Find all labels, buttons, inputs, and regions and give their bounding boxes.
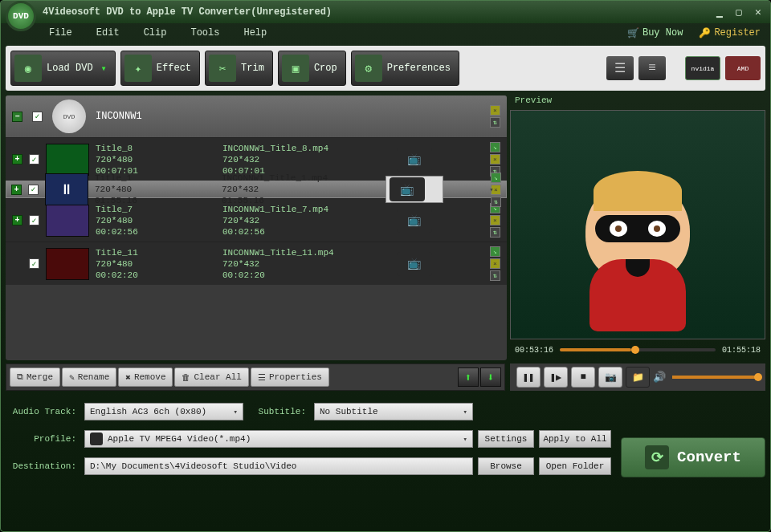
clear-all-button[interactable]: 🗑Clear All (174, 368, 248, 387)
convert-icon: ⟳ (645, 445, 669, 469)
title-name: Title_11 (96, 248, 176, 258)
row-close-icon[interactable]: × (490, 215, 500, 225)
add-button[interactable]: + (11, 185, 22, 195)
preview-label: Preview (510, 95, 765, 110)
properties-button[interactable]: ☰Properties (251, 368, 329, 387)
player-controls: ❚❚ ❚▶ ■ 📷 📁 🔊 (510, 363, 765, 391)
title-checkbox[interactable]: ✓ (29, 154, 39, 164)
title-checkbox[interactable]: ✓ (29, 215, 39, 225)
output-dur: 00:02:56 (222, 227, 351, 237)
scissors-icon: ✂ (209, 55, 236, 82)
trim-button[interactable]: ✂Trim (205, 51, 273, 86)
preview-panel: Preview 00:53:16 01:55:18 (510, 95, 765, 360)
open-folder-button[interactable]: Open Folder (539, 457, 611, 475)
amd-logo: AMD (725, 56, 761, 80)
output-res: 720*432 (222, 259, 351, 269)
app-window: DVD 4Videosoft DVD to Apple TV Converter… (0, 0, 771, 532)
view-list-button[interactable]: ☰ (606, 56, 634, 80)
maximize-button[interactable]: ▢ (732, 6, 746, 18)
row-more-icon[interactable]: ⇅ (491, 197, 501, 207)
volume-slider[interactable] (672, 376, 759, 379)
thumbnail: ⏸ (45, 173, 88, 205)
time-total: 01:55:18 (722, 346, 761, 355)
menubar: File Edit Clip Tools Help 🛒Buy Now 🔑Regi… (1, 23, 770, 43)
output-name: INCONNW1_Title_11.mp4 (222, 248, 351, 258)
row-close-icon[interactable]: × (490, 154, 500, 164)
settings-button[interactable]: Settings (478, 430, 534, 448)
minimize-button[interactable]: ▁ (712, 6, 727, 18)
crop-button[interactable]: ▣Crop (278, 51, 346, 86)
load-dvd-button[interactable]: ◉Load DVD▾ (10, 51, 116, 86)
output-name: INCONNW1_Title_8.mp4 (222, 144, 351, 153)
gear-icon: ⚙ (355, 55, 382, 82)
menu-help[interactable]: Help (243, 27, 267, 39)
output-dur: 01:55:16 (222, 196, 350, 205)
move-up-button[interactable]: ⬆ (458, 368, 479, 387)
collapse-button[interactable]: − (12, 112, 22, 122)
row-action-icon[interactable]: ↘ (491, 173, 501, 183)
menu-file[interactable]: File (49, 27, 72, 39)
rename-button[interactable]: ✎Rename (62, 368, 116, 387)
menu-edit[interactable]: Edit (96, 27, 120, 39)
close-button[interactable]: ✕ (751, 6, 765, 18)
open-folder-button[interactable]: 📁 (626, 367, 650, 388)
stop-button[interactable]: ■ (571, 367, 595, 388)
view-detail-button[interactable]: ≡ (638, 56, 666, 80)
menu-clip[interactable]: Clip (144, 27, 167, 39)
remove-button[interactable]: ✖Remove (118, 368, 173, 387)
disc-name: INCONNW1 (96, 111, 142, 122)
move-down-button[interactable]: ⬇ (480, 368, 501, 387)
row-more-icon[interactable]: ⇅ (490, 227, 500, 238)
title-row[interactable]: + ✓ ⏸ Title_1720*48001:55:16 INCONNW1_Ti… (6, 181, 507, 198)
add-button[interactable]: + (12, 154, 22, 164)
browse-button[interactable]: Browse (478, 457, 534, 475)
effect-button[interactable]: ✦Effect (120, 51, 200, 86)
seek-slider[interactable] (560, 348, 716, 351)
subtitle-dropdown[interactable]: No Subtitle▾ (314, 403, 473, 420)
register-link[interactable]: 🔑Register (699, 27, 761, 39)
disc-row[interactable]: − ✓ DVD INCONNW1 ×⇅ (6, 95, 507, 137)
row-action-icon[interactable]: ↘ (490, 246, 500, 257)
row-more-icon[interactable]: ⇅ (490, 117, 500, 128)
disc-checkbox[interactable]: ✓ (32, 112, 43, 122)
file-list: − ✓ DVD INCONNW1 ×⇅ + ✓ Title_8720*48000… (6, 95, 507, 360)
row-up-icon[interactable]: × (490, 105, 500, 116)
appletv-icon: 📺 (397, 209, 432, 233)
profile-label: Profile: (6, 434, 80, 444)
volume-icon[interactable]: 🔊 (653, 371, 666, 384)
row-action-icon[interactable]: ↘ (490, 142, 500, 152)
snapshot-button[interactable]: 📷 (598, 367, 622, 388)
appletv-icon: 📺 (397, 252, 432, 276)
title-checkbox[interactable]: ✓ (29, 258, 39, 269)
buy-now-link[interactable]: 🛒Buy Now (627, 27, 683, 39)
timeline: 00:53:16 01:55:18 (510, 339, 765, 360)
convert-button[interactable]: ⟳ Convert (621, 437, 765, 477)
title-checkbox[interactable]: ✓ (28, 185, 39, 195)
menu-tools[interactable]: Tools (190, 27, 219, 39)
titlebar: DVD 4Videosoft DVD to Apple TV Converter… (1, 1, 770, 23)
pause-overlay-icon: ⏸ (59, 181, 74, 198)
subtitle-label: Subtitle: (248, 407, 309, 416)
preferences-button[interactable]: ⚙Preferences (351, 51, 459, 86)
output-device-dropdown[interactable]: 📺▾ (386, 176, 443, 203)
crop-icon: ▣ (282, 55, 309, 82)
window-title: 4Videosoft DVD to Apple TV Converter(Unr… (43, 6, 332, 18)
profile-dropdown[interactable]: Apple TV MPEG4 Video(*.mp4)▾ (84, 430, 473, 448)
audio-track-dropdown[interactable]: English AC3 6ch (0x80)▾ (84, 403, 243, 420)
pause-button[interactable]: ❚❚ (516, 367, 541, 388)
destination-input[interactable]: D:\My Documents\4Videosoft Studio\Video (84, 457, 473, 475)
row-close-icon[interactable]: × (490, 258, 500, 269)
apply-to-all-button[interactable]: Apply to All (539, 430, 611, 448)
title-duration: 00:02:20 (96, 270, 176, 280)
title-name: Title_8 (96, 144, 176, 153)
row-more-icon[interactable]: ⇅ (490, 270, 500, 281)
time-current: 00:53:16 (515, 346, 553, 355)
preview-screen[interactable] (510, 110, 765, 339)
title-row[interactable]: ✓ Title_11720*48000:02:20 INCONNW1_Title… (6, 242, 507, 285)
chevron-down-icon: ▾ (234, 408, 238, 416)
step-button[interactable]: ❚▶ (544, 367, 568, 388)
key-icon: 🔑 (699, 27, 711, 39)
add-button[interactable]: + (12, 215, 22, 225)
title-duration: 00:02:56 (96, 227, 176, 237)
merge-button[interactable]: ⧉Merge (10, 368, 60, 387)
